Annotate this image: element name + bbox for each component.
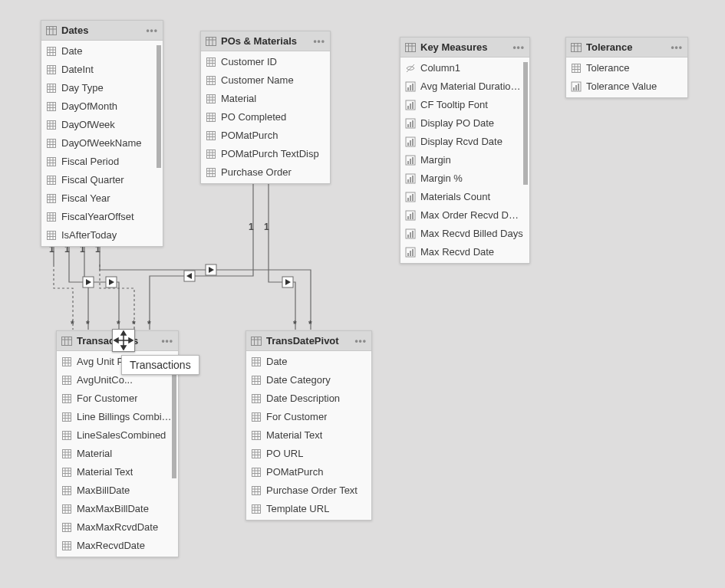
- scrollbar[interactable]: [172, 353, 176, 554]
- svg-rect-93: [207, 132, 216, 140]
- field-row[interactable]: DayOfWeek: [41, 116, 163, 134]
- table-header-transdatepivot[interactable]: TransDatePivot •••: [246, 331, 371, 351]
- field-row[interactable]: IsAfterToday: [41, 226, 163, 245]
- svg-rect-44: [48, 158, 56, 166]
- column-icon: [251, 356, 262, 367]
- svg-rect-8: [206, 264, 216, 275]
- field-row[interactable]: POMatPurch: [201, 126, 330, 145]
- svg-rect-2: [106, 277, 117, 287]
- table-header-tolerance[interactable]: Tolerance •••: [566, 38, 687, 57]
- table-dates[interactable]: Dates ••• DateDateIntDay TypeDayOfMonthD…: [41, 20, 163, 247]
- field-row[interactable]: Fiscal Period: [41, 153, 163, 171]
- field-row[interactable]: Materials Count: [400, 188, 529, 206]
- field-row[interactable]: DayOfMonth: [41, 97, 163, 116]
- column-icon: [46, 46, 57, 57]
- more-options-icon[interactable]: •••: [512, 44, 525, 51]
- field-row[interactable]: Fiscal Year: [41, 189, 163, 208]
- field-row[interactable]: DayOfWeekName: [41, 134, 163, 153]
- table-key-measures[interactable]: Key Measures ••• Column1Avg Material Dur…: [400, 37, 530, 264]
- field-row[interactable]: Line Billings Combined: [57, 408, 178, 426]
- field-label: POMatPurch: [266, 465, 323, 480]
- svg-rect-34: [48, 121, 56, 130]
- table-header-pos[interactable]: POs & Materials •••: [201, 31, 330, 51]
- field-row[interactable]: Display PO Date: [400, 114, 529, 133]
- field-row[interactable]: Customer ID: [201, 53, 330, 71]
- model-view-canvas[interactable]: 1 1 1 1 1 1 * * * * * * * Dates ••• Date…: [0, 0, 725, 588]
- field-row[interactable]: PO Completed: [201, 108, 330, 126]
- table-header-keymeasures[interactable]: Key Measures •••: [400, 38, 529, 57]
- field-row[interactable]: Max Recvd Date: [400, 243, 529, 261]
- field-row[interactable]: Margin: [400, 151, 529, 169]
- field-row[interactable]: Day Type: [41, 79, 163, 97]
- field-row[interactable]: Tolerance: [566, 59, 687, 77]
- field-row[interactable]: DateInt: [41, 61, 163, 79]
- more-options-icon[interactable]: •••: [671, 44, 683, 51]
- field-row[interactable]: Max Order Recvd Days: [400, 206, 529, 225]
- scrollbar[interactable]: [523, 60, 528, 261]
- field-row[interactable]: MaxMaxBillDate: [57, 500, 178, 518]
- field-row[interactable]: Date: [41, 42, 163, 61]
- svg-rect-64: [48, 232, 56, 240]
- field-row[interactable]: For Customer: [57, 389, 178, 408]
- field-row[interactable]: Date Category: [246, 371, 371, 389]
- field-list-dates: DateDateIntDay TypeDayOfMonthDayOfWeekDa…: [41, 41, 163, 246]
- column-icon: [46, 120, 57, 130]
- column-icon: [251, 467, 262, 478]
- svg-rect-140: [412, 194, 414, 201]
- field-row[interactable]: POMatPurch TextDisp: [201, 145, 330, 163]
- table-transdatepivot[interactable]: TransDatePivot ••• DateDate CategoryDate…: [246, 330, 372, 521]
- field-row[interactable]: PO URL: [246, 445, 371, 463]
- field-row[interactable]: Column1: [400, 59, 529, 77]
- field-row[interactable]: Max Recvd Billed Days: [400, 225, 529, 243]
- field-row[interactable]: Tolerance Value: [566, 77, 687, 96]
- field-row[interactable]: POMatPurch: [246, 463, 371, 481]
- field-row[interactable]: FiscalYearOffset: [41, 208, 163, 226]
- field-list-keymeasures: Column1Avg Material Duration...CF Toolti…: [400, 57, 529, 263]
- field-row[interactable]: MaxRecvdDate: [57, 537, 178, 555]
- svg-rect-19: [48, 66, 56, 74]
- more-options-icon[interactable]: •••: [313, 38, 325, 45]
- more-options-icon[interactable]: •••: [354, 337, 367, 345]
- field-row[interactable]: Display Rcvd Date: [400, 133, 529, 151]
- svg-rect-124: [412, 120, 414, 127]
- field-row[interactable]: Fiscal Quarter: [41, 171, 163, 189]
- field-row[interactable]: Material Text: [246, 426, 371, 445]
- more-options-icon[interactable]: •••: [146, 27, 158, 34]
- field-row[interactable]: Avg Material Duration...: [400, 77, 529, 96]
- field-row[interactable]: MaxMaxRcvdDate: [57, 518, 178, 537]
- drag-tooltip-label: Transactions: [130, 359, 191, 371]
- field-row[interactable]: Customer Name: [201, 71, 330, 90]
- cardinality-many: *: [147, 319, 151, 330]
- field-row[interactable]: Date: [246, 353, 371, 371]
- field-label: IsAfterToday: [61, 228, 117, 243]
- field-row[interactable]: Purchase Order Text: [246, 481, 371, 500]
- field-row[interactable]: Purchase Order: [201, 163, 330, 182]
- scrollbar[interactable]: [157, 43, 161, 244]
- field-row[interactable]: Material: [201, 90, 330, 108]
- table-pos-materials[interactable]: POs & Materials ••• Customer IDCustomer …: [200, 31, 331, 184]
- column-icon: [251, 393, 262, 404]
- table-tolerance[interactable]: Tolerance ••• ToleranceTolerance Value: [565, 37, 688, 98]
- field-label: Date Description: [266, 391, 340, 406]
- column-icon: [46, 175, 57, 186]
- field-row[interactable]: CF Tooltip Font: [400, 96, 529, 114]
- field-row[interactable]: Margin %: [400, 169, 529, 188]
- svg-rect-115: [410, 85, 411, 90]
- field-label: For Customer: [77, 391, 137, 406]
- field-row[interactable]: For Customer: [246, 408, 371, 426]
- field-row[interactable]: Material Text: [57, 463, 178, 481]
- field-row[interactable]: LineSalesCombined: [57, 426, 178, 445]
- field-row[interactable]: Template URL: [246, 500, 371, 518]
- table-header-dates[interactable]: Dates •••: [41, 21, 163, 41]
- measure-icon: [405, 155, 416, 166]
- svg-rect-175: [63, 376, 71, 385]
- field-row[interactable]: Material: [57, 445, 178, 463]
- field-row[interactable]: MaxBillDate: [57, 481, 178, 500]
- field-row[interactable]: Date Description: [246, 389, 371, 408]
- cardinality-many: *: [132, 319, 136, 330]
- svg-rect-29: [48, 103, 56, 111]
- svg-rect-88: [207, 113, 216, 122]
- more-options-icon[interactable]: •••: [161, 337, 173, 345]
- column-icon: [46, 230, 57, 241]
- column-icon: [251, 375, 262, 386]
